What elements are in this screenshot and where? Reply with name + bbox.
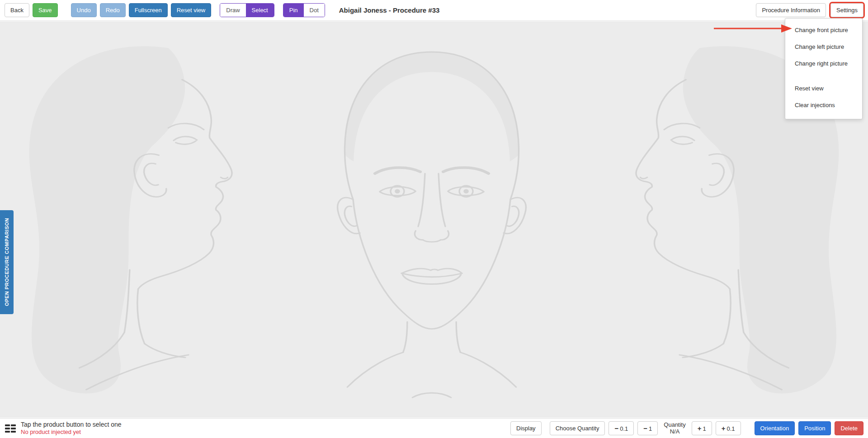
procedure-information-button[interactable]: Procedure Information: [756, 3, 826, 17]
delete-button[interactable]: Delete: [835, 421, 863, 435]
step-amount-label: 0.1: [620, 425, 628, 432]
product-list-icon[interactable]: [5, 424, 16, 433]
increase-quantity-1-button[interactable]: +1: [692, 421, 712, 435]
app-window: Back Save Undo Redo Fullscreen Reset vie…: [0, 0, 868, 438]
quantity-label: Quantity: [664, 422, 685, 429]
orientation-button[interactable]: Orientation: [755, 421, 795, 435]
reset-view-button[interactable]: Reset view: [171, 3, 212, 17]
plus-icon: +: [698, 424, 702, 432]
menu-item-change-left-picture[interactable]: Change left picture: [785, 38, 862, 55]
choose-quantity-button[interactable]: Choose Quantity: [550, 421, 605, 435]
menu-item-clear-injections[interactable]: Clear injections: [785, 97, 862, 113]
top-toolbar: Back Save Undo Redo Fullscreen Reset vie…: [0, 0, 868, 21]
dot-mode-button[interactable]: Dot: [304, 4, 325, 17]
settings-menu: Change front picture Change left picture…: [785, 18, 863, 119]
step-amount-label: 0.1: [727, 425, 735, 432]
increase-quantity-0.1-button[interactable]: +0.1: [716, 421, 741, 435]
no-product-warning-text: No product injected yet: [21, 429, 122, 436]
menu-item-change-front-picture[interactable]: Change front picture: [785, 22, 862, 38]
step-amount-label: 1: [703, 425, 706, 432]
back-button[interactable]: Back: [5, 3, 29, 17]
pin-dot-toggle: Pin Dot: [283, 3, 325, 17]
minus-icon: −: [614, 424, 618, 432]
bottom-right-controls: Display Choose Quantity −0.1 −1 Quantity…: [510, 421, 863, 435]
open-procedure-comparison-label: OPEN PROCEDURE COMPARISON: [4, 218, 9, 306]
minus-icon: −: [643, 424, 647, 432]
toolbar-right-group: Procedure Information Settings: [756, 3, 863, 17]
quantity-readout: Quantity N/A: [661, 422, 688, 435]
undo-button[interactable]: Undo: [71, 3, 97, 17]
face-illustration-left-profile[interactable]: [9, 28, 255, 410]
plus-icon: +: [722, 424, 726, 432]
product-status-block: Tap the product button to select one No …: [21, 421, 122, 435]
decrease-quantity-1-button[interactable]: −1: [637, 421, 658, 435]
bottom-toolbar: Tap the product button to select one No …: [0, 418, 868, 438]
display-button[interactable]: Display: [510, 421, 542, 435]
step-amount-label: 1: [649, 425, 652, 432]
redo-button[interactable]: Redo: [100, 3, 126, 17]
select-mode-button[interactable]: Select: [246, 4, 274, 17]
position-button[interactable]: Position: [798, 421, 831, 435]
draw-select-toggle: Draw Select: [220, 3, 274, 17]
menu-item-reset-view[interactable]: Reset view: [785, 80, 862, 97]
quantity-value: N/A: [664, 429, 685, 435]
face-illustration-front[interactable]: [316, 30, 547, 412]
menu-item-change-right-picture[interactable]: Change right picture: [785, 55, 862, 72]
menu-divider: [785, 72, 862, 80]
pin-mode-button[interactable]: Pin: [283, 4, 304, 17]
settings-button[interactable]: Settings: [830, 3, 863, 17]
decrease-quantity-0.1-button[interactable]: −0.1: [609, 421, 634, 435]
fullscreen-button[interactable]: Fullscreen: [129, 3, 168, 17]
open-procedure-comparison-tab[interactable]: OPEN PROCEDURE COMPARISON: [0, 210, 14, 314]
injection-canvas[interactable]: OPEN PROCEDURE COMPARISON: [0, 21, 868, 418]
draw-mode-button[interactable]: Draw: [220, 4, 245, 17]
save-button[interactable]: Save: [33, 3, 58, 17]
product-hint-text: Tap the product button to select one: [21, 421, 122, 429]
page-title: Abigail Joness - Procedure #33: [339, 6, 440, 14]
